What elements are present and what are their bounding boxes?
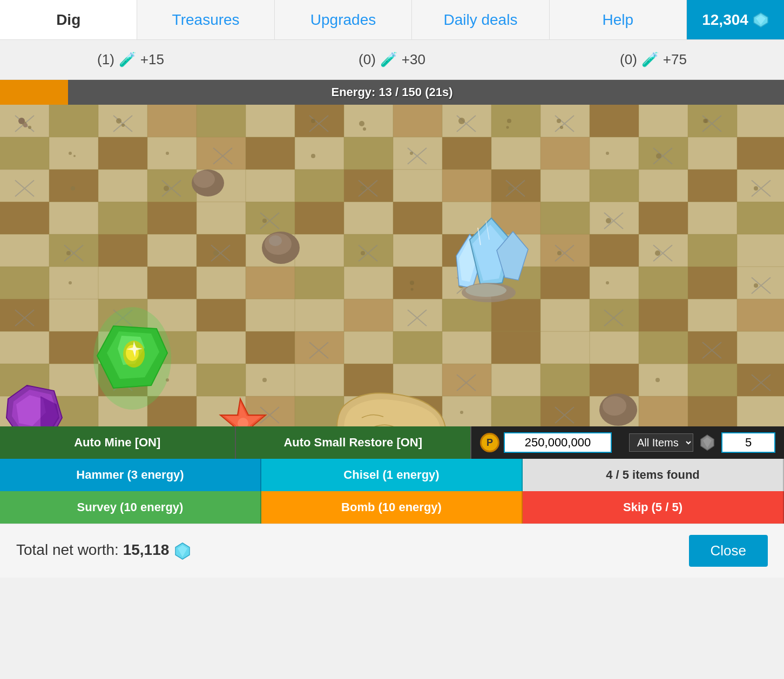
svg-rect-68 bbox=[49, 234, 98, 267]
bomb-button[interactable]: Bomb (10 energy) bbox=[261, 491, 523, 524]
svg-rect-121 bbox=[295, 331, 344, 364]
svg-rect-112 bbox=[639, 299, 688, 331]
svg-rect-9 bbox=[295, 105, 344, 137]
svg-rect-88 bbox=[246, 267, 295, 299]
svg-point-317 bbox=[655, 378, 660, 382]
svg-rect-79 bbox=[590, 234, 639, 267]
svg-point-296 bbox=[465, 284, 506, 297]
chisel-button[interactable]: Chisel (1 energy) bbox=[261, 459, 523, 491]
svg-rect-114 bbox=[737, 299, 784, 331]
svg-rect-53 bbox=[98, 202, 147, 234]
controls-row2: Hammer (3 energy) Chisel (1 energy) 4 / … bbox=[0, 459, 784, 491]
svg-rect-40 bbox=[246, 169, 295, 202]
svg-point-283 bbox=[269, 235, 282, 246]
svg-rect-97 bbox=[688, 267, 737, 299]
svg-rect-105 bbox=[295, 299, 344, 331]
svg-rect-146 bbox=[737, 364, 784, 396]
count-input[interactable] bbox=[721, 432, 775, 453]
game-area[interactable] bbox=[0, 105, 784, 426]
points-input[interactable] bbox=[504, 432, 612, 453]
svg-rect-58 bbox=[344, 202, 393, 234]
powerup-1[interactable]: (1) 🧪 +15 bbox=[97, 51, 164, 68]
svg-rect-122 bbox=[344, 331, 393, 364]
svg-point-256 bbox=[28, 126, 31, 129]
svg-rect-90 bbox=[344, 267, 393, 299]
svg-point-291 bbox=[23, 123, 28, 127]
powerup-2-count: (0) bbox=[359, 51, 376, 68]
svg-point-263 bbox=[557, 119, 561, 123]
svg-rect-44 bbox=[442, 169, 491, 202]
svg-rect-28 bbox=[442, 137, 491, 169]
svg-rect-78 bbox=[540, 234, 590, 267]
filter-select[interactable]: All Items Gems Fossils Artifacts bbox=[629, 433, 693, 452]
svg-point-278 bbox=[557, 251, 562, 255]
svg-rect-23 bbox=[197, 137, 246, 169]
svg-rect-81 bbox=[688, 234, 737, 267]
tab-upgrades[interactable]: Upgrades bbox=[275, 0, 412, 39]
auto-mine-button[interactable]: Auto Mine [ON] bbox=[0, 426, 236, 459]
gems-count: 12,304 bbox=[702, 11, 748, 29]
svg-rect-25 bbox=[295, 137, 344, 169]
powerup-3[interactable]: (0) 🧪 +75 bbox=[620, 51, 687, 68]
svg-point-268 bbox=[164, 186, 169, 191]
powerup-1-bonus: +15 bbox=[140, 51, 164, 68]
svg-rect-128 bbox=[639, 331, 688, 364]
svg-rect-153 bbox=[295, 396, 344, 426]
svg-rect-12 bbox=[442, 105, 491, 137]
tab-daily-deals[interactable]: Daily deals bbox=[412, 0, 549, 39]
svg-rect-110 bbox=[540, 299, 590, 331]
svg-rect-66 bbox=[737, 202, 784, 234]
skip-button[interactable]: Skip (5 / 5) bbox=[523, 491, 784, 524]
tab-help[interactable]: Help bbox=[550, 0, 687, 39]
filter-gem-icon bbox=[699, 434, 716, 451]
survey-button[interactable]: Survey (10 energy) bbox=[0, 491, 261, 524]
auto-small-restore-button[interactable]: Auto Small Restore [ON] bbox=[236, 426, 472, 459]
svg-point-269 bbox=[262, 219, 267, 223]
svg-point-273 bbox=[754, 186, 758, 191]
net-worth-row: Total net worth: 15,118 Close bbox=[0, 524, 784, 578]
energy-fill bbox=[0, 80, 68, 105]
svg-rect-13 bbox=[491, 105, 540, 137]
svg-rect-46 bbox=[540, 169, 590, 202]
svg-point-307 bbox=[506, 126, 509, 129]
svg-rect-116 bbox=[49, 331, 98, 364]
svg-rect-26 bbox=[344, 137, 393, 169]
svg-point-259 bbox=[311, 154, 315, 158]
svg-rect-59 bbox=[393, 202, 442, 234]
close-button[interactable]: Close bbox=[689, 535, 768, 567]
svg-point-294 bbox=[126, 345, 139, 361]
svg-rect-27 bbox=[393, 137, 442, 169]
svg-rect-162 bbox=[737, 396, 784, 426]
svg-rect-135 bbox=[197, 364, 246, 396]
controls-row1: Auto Mine [ON] Auto Small Restore [ON] P… bbox=[0, 426, 784, 459]
svg-rect-10 bbox=[344, 105, 393, 137]
svg-rect-62 bbox=[540, 202, 590, 234]
energy-bar: Energy: 13 / 150 (21s) bbox=[0, 80, 784, 105]
net-worth-value: 15,118 bbox=[123, 541, 170, 558]
svg-rect-35 bbox=[0, 169, 49, 202]
svg-rect-150 bbox=[147, 396, 197, 426]
svg-rect-86 bbox=[147, 267, 197, 299]
tab-dig[interactable]: Dig bbox=[0, 0, 137, 39]
svg-rect-18 bbox=[737, 105, 784, 137]
svg-rect-107 bbox=[393, 299, 442, 331]
svg-rect-137 bbox=[295, 364, 344, 396]
svg-rect-126 bbox=[540, 331, 590, 364]
emerald-treasure[interactable] bbox=[93, 307, 171, 410]
svg-rect-140 bbox=[442, 364, 491, 396]
game-grid-svg[interactable] bbox=[0, 105, 784, 426]
powerup-2[interactable]: (0) 🧪 +30 bbox=[359, 51, 425, 68]
svg-point-276 bbox=[361, 251, 365, 255]
hammer-button[interactable]: Hammer (3 energy) bbox=[0, 459, 261, 491]
svg-point-301 bbox=[69, 152, 72, 155]
net-worth-text: Total net worth: 15,118 bbox=[16, 541, 192, 560]
svg-point-271 bbox=[508, 186, 512, 191]
svg-rect-85 bbox=[98, 267, 147, 299]
svg-point-274 bbox=[66, 251, 71, 255]
svg-rect-57 bbox=[295, 202, 344, 234]
svg-rect-120 bbox=[246, 331, 295, 364]
svg-rect-7 bbox=[197, 105, 246, 137]
svg-rect-91 bbox=[393, 267, 442, 299]
svg-rect-100 bbox=[49, 299, 98, 331]
tab-treasures[interactable]: Treasures bbox=[137, 0, 274, 39]
